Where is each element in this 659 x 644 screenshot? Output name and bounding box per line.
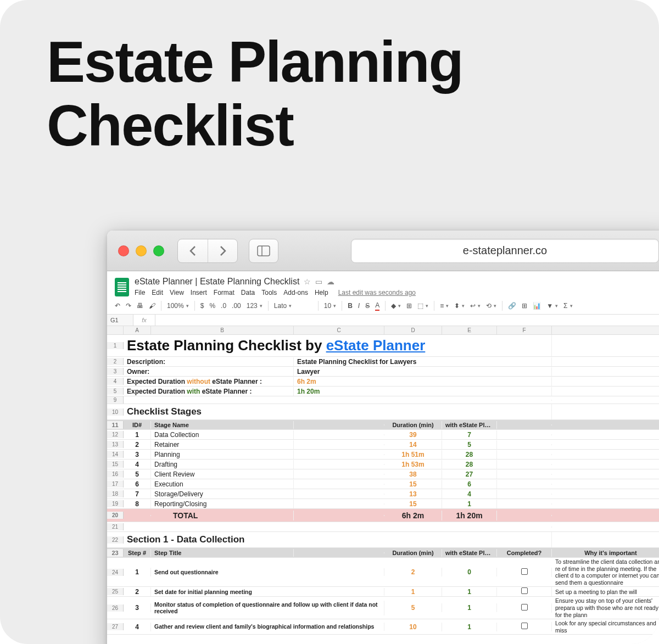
- row-num[interactable]: 5: [107, 388, 124, 395]
- row-num[interactable]: 25: [107, 588, 124, 595]
- sidebar-toggle-button[interactable]: [249, 239, 278, 263]
- col-b[interactable]: B: [151, 326, 294, 334]
- row-num[interactable]: 13: [107, 441, 124, 448]
- number-format-select[interactable]: 123 ▾: [247, 302, 263, 310]
- font-select[interactable]: Lato ▾: [274, 302, 312, 310]
- comment-button[interactable]: ⊞: [522, 302, 527, 310]
- menu-data[interactable]: Data: [241, 289, 255, 296]
- stage-with: 6: [442, 480, 497, 489]
- font-size-select[interactable]: 10 ▾: [324, 302, 336, 310]
- col-d[interactable]: D: [384, 326, 442, 334]
- forward-button[interactable]: [208, 239, 237, 262]
- row-num[interactable]: 21: [107, 523, 124, 530]
- row-num[interactable]: 11: [107, 421, 124, 429]
- filter-button[interactable]: ▼ ▾: [546, 302, 558, 310]
- italic-button[interactable]: I: [358, 302, 360, 310]
- menu-addons[interactable]: Add-ons: [283, 289, 308, 296]
- back-button[interactable]: [178, 239, 208, 262]
- menu-edit[interactable]: Edit: [152, 289, 163, 296]
- row-num[interactable]: 15: [107, 461, 124, 468]
- row-num[interactable]: 26: [107, 604, 124, 612]
- row-num[interactable]: 12: [107, 431, 124, 438]
- row-num[interactable]: 10: [107, 408, 124, 416]
- star-icon[interactable]: ☆: [304, 277, 311, 286]
- stage-with: 27: [442, 470, 497, 479]
- formula-bar: G1 fx: [107, 315, 659, 326]
- stage-dur: 13: [384, 490, 442, 499]
- functions-button[interactable]: Σ ▾: [563, 302, 572, 310]
- row-num[interactable]: 16: [107, 471, 124, 478]
- fill-color-button[interactable]: ◆ ▾: [391, 302, 401, 310]
- row-num[interactable]: 3: [107, 368, 124, 375]
- chart-button[interactable]: 📊: [533, 302, 541, 310]
- stage-id: 6: [124, 480, 151, 489]
- wrap-button[interactable]: ↩ ▾: [470, 302, 481, 310]
- menu-file[interactable]: File: [135, 289, 145, 296]
- menu-insert[interactable]: Insert: [191, 289, 207, 296]
- row-num[interactable]: 17: [107, 480, 124, 488]
- row-num[interactable]: 27: [107, 623, 124, 630]
- menu-tools[interactable]: Tools: [261, 289, 277, 296]
- name-box[interactable]: G1: [107, 315, 133, 326]
- row-num[interactable]: 22: [107, 536, 124, 544]
- sheets-logo-icon: [115, 278, 129, 296]
- halign-button[interactable]: ≡ ▾: [440, 302, 449, 310]
- completed-checkbox[interactable]: [497, 587, 552, 596]
- zoom-select[interactable]: 100% ▾: [167, 302, 189, 310]
- percent-button[interactable]: %: [209, 302, 215, 310]
- undo-button[interactable]: ↶: [115, 302, 120, 310]
- menu-view[interactable]: View: [170, 289, 184, 296]
- menu-bar: File Edit View Insert Format Data Tools …: [135, 289, 416, 296]
- menu-format[interactable]: Format: [214, 289, 234, 296]
- row-num[interactable]: 1: [107, 342, 124, 349]
- estate-planner-link[interactable]: eState Planner: [326, 337, 426, 354]
- row-num[interactable]: 18: [107, 490, 124, 497]
- redo-button[interactable]: ↷: [126, 302, 131, 310]
- row-num[interactable]: 24: [107, 569, 124, 576]
- url-bar[interactable]: e-stateplanner.co: [351, 239, 659, 263]
- decrease-decimal-button[interactable]: .0: [221, 302, 226, 310]
- strikethrough-button[interactable]: S: [365, 302, 370, 310]
- zoom-window-icon[interactable]: [153, 245, 164, 256]
- cloud-icon[interactable]: ☁: [327, 277, 334, 286]
- col-e[interactable]: E: [442, 326, 497, 334]
- step-why: To streamline the client data collection…: [552, 558, 659, 586]
- completed-checkbox[interactable]: [497, 603, 552, 613]
- text-color-button[interactable]: A: [375, 301, 379, 311]
- borders-button[interactable]: ⊞: [406, 302, 412, 310]
- formula-input[interactable]: [155, 318, 659, 322]
- paint-format-button[interactable]: 🖌: [149, 302, 155, 310]
- increase-decimal-button[interactable]: .00: [232, 302, 241, 310]
- row-num[interactable]: 9: [107, 396, 124, 404]
- row-num[interactable]: 14: [107, 451, 124, 458]
- spreadsheet[interactable]: A B C D E F 1 Estate Planning Checklist …: [107, 326, 659, 635]
- valign-button[interactable]: ⬍ ▾: [454, 302, 465, 310]
- last-edit-link[interactable]: Last edit was seconds ago: [338, 289, 416, 296]
- stage-id: 2: [124, 440, 151, 449]
- rotate-button[interactable]: ⟲ ▾: [486, 302, 496, 310]
- col-f[interactable]: F: [497, 326, 552, 334]
- print-button[interactable]: 🖶: [137, 302, 143, 310]
- close-window-icon[interactable]: [118, 245, 129, 256]
- label-dur-with: Expected Duration with eState Planner :: [124, 387, 294, 396]
- row-num[interactable]: 19: [107, 500, 124, 507]
- move-icon[interactable]: ▭: [315, 277, 322, 286]
- completed-checkbox[interactable]: [497, 622, 552, 631]
- link-button[interactable]: 🔗: [508, 302, 516, 310]
- completed-checkbox[interactable]: [497, 568, 552, 577]
- step-title: Monitor status of completion of question…: [151, 601, 384, 615]
- bold-button[interactable]: B: [348, 302, 353, 310]
- minimize-window-icon[interactable]: [136, 245, 147, 256]
- hdr-stage-name: Stage Name: [151, 421, 294, 429]
- currency-button[interactable]: $: [200, 302, 204, 310]
- row-num[interactable]: 4: [107, 378, 124, 385]
- menu-help[interactable]: Help: [315, 289, 328, 296]
- row-num[interactable]: 2: [107, 358, 124, 365]
- stage-dur: 14: [384, 440, 442, 449]
- row-num[interactable]: 23: [107, 549, 124, 557]
- merge-button[interactable]: ⬚ ▾: [417, 302, 428, 310]
- col-c[interactable]: C: [294, 326, 384, 334]
- row-num[interactable]: 20: [107, 512, 124, 519]
- doc-title[interactable]: eState Planner | Estate Planning Checkli…: [135, 277, 299, 287]
- col-a[interactable]: A: [124, 326, 151, 334]
